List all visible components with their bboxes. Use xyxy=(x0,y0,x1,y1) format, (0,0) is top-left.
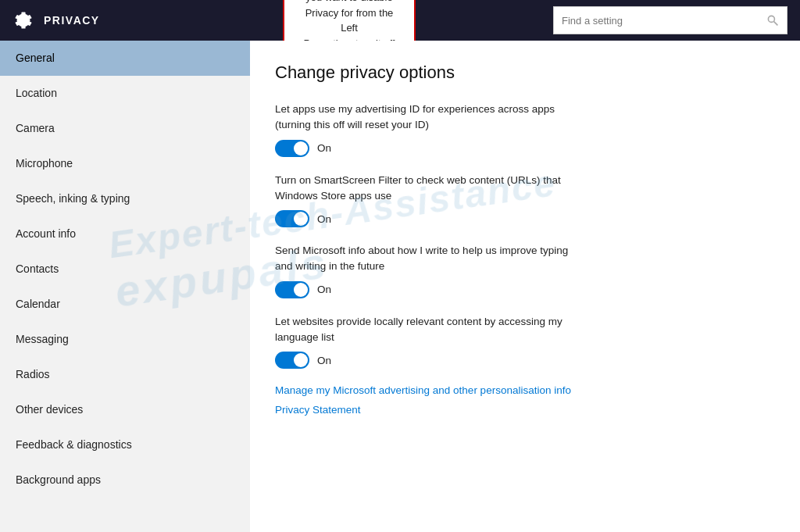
setting-block-language-list: Let websites provide locally relevant co… xyxy=(275,314,775,370)
sidebar-item-contacts[interactable]: Contacts xyxy=(0,252,250,287)
toggle-row-typing-info: On xyxy=(275,281,775,298)
toggle-row-language-list: On xyxy=(275,352,775,369)
toggle-label-language-list: On xyxy=(317,355,331,366)
sidebar: GeneralLocationCameraMicrophoneSpeech, i… xyxy=(0,41,250,532)
search-bar[interactable] xyxy=(553,6,788,34)
sidebar-item-general[interactable]: General xyxy=(0,41,250,76)
app-header: PRIVACY Choose the Settings you want to … xyxy=(0,0,800,41)
setting-block-typing-info: Send Microsoft info about how I write to… xyxy=(275,243,775,298)
setting-block-smartscreen: Turn on SmartScreen Filter to check web … xyxy=(275,173,775,228)
toggle-label-typing-info: On xyxy=(317,284,331,295)
setting-desc-smartscreen: Turn on SmartScreen Filter to check web … xyxy=(275,173,775,205)
main-content: Change privacy options Let apps use my a… xyxy=(250,41,800,532)
toggle-label-smartscreen: On xyxy=(317,213,331,225)
link-manage-advertising[interactable]: Manage my Microsoft advertising and othe… xyxy=(275,384,775,396)
toggle-row-advertising-id: On xyxy=(275,140,775,157)
setting-desc-typing-info: Send Microsoft info about how I write to… xyxy=(275,243,775,275)
sidebar-item-account-info[interactable]: Account info xyxy=(0,216,250,252)
settings-list: Let apps use my advertising ID for exper… xyxy=(275,102,775,369)
setting-block-advertising-id: Let apps use my advertising ID for exper… xyxy=(275,102,775,157)
setting-desc-advertising-id: Let apps use my advertising ID for exper… xyxy=(275,102,775,134)
gear-icon xyxy=(12,9,34,31)
toggle-advertising-id[interactable] xyxy=(275,140,309,157)
main-title: Change privacy options xyxy=(275,62,775,83)
app-body: GeneralLocationCameraMicrophoneSpeech, i… xyxy=(0,41,800,532)
toggle-smartscreen[interactable] xyxy=(275,210,309,227)
sidebar-item-camera[interactable]: Camera xyxy=(0,111,250,146)
setting-desc-language-list: Let websites provide locally relevant co… xyxy=(275,314,775,346)
sidebar-item-radios[interactable]: Radios xyxy=(0,357,250,392)
sidebar-item-speech[interactable]: Speech, inking & typing xyxy=(0,181,250,216)
header-title: PRIVACY xyxy=(44,14,100,27)
sidebar-item-microphone[interactable]: Microphone xyxy=(0,146,250,181)
sidebar-item-calendar[interactable]: Calendar xyxy=(0,287,250,322)
sidebar-item-location[interactable]: Location xyxy=(0,76,250,111)
toggle-label-advertising-id: On xyxy=(317,142,331,154)
search-input[interactable] xyxy=(562,15,766,27)
search-icon xyxy=(766,14,779,27)
svg-point-0 xyxy=(768,16,774,22)
sidebar-item-messaging[interactable]: Messaging xyxy=(0,322,250,357)
sidebar-item-background-apps[interactable]: Background apps xyxy=(0,462,250,498)
links-list: Manage my Microsoft advertising and othe… xyxy=(275,384,775,416)
toggle-typing-info[interactable] xyxy=(275,281,309,298)
svg-line-1 xyxy=(774,22,778,26)
sidebar-item-feedback[interactable]: Feedback & diagnostics xyxy=(0,427,250,462)
toggle-row-smartscreen: On xyxy=(275,210,775,227)
toggle-language-list[interactable] xyxy=(275,352,309,369)
sidebar-item-other-devices[interactable]: Other devices xyxy=(0,392,250,427)
link-privacy-statement[interactable]: Privacy Statement xyxy=(275,404,775,416)
